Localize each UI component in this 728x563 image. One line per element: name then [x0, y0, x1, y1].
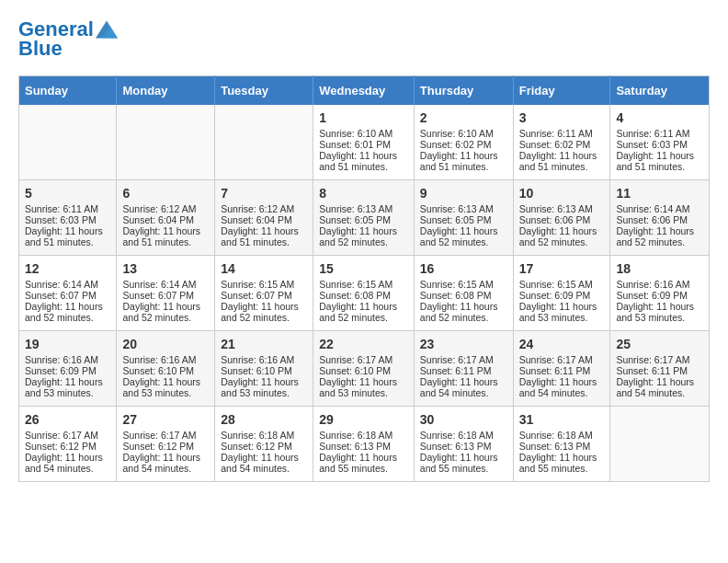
day-info: Sunset: 6:08 PM: [420, 290, 507, 301]
weekday-header-friday: Friday: [513, 76, 610, 106]
day-info: Sunrise: 6:12 AM: [122, 203, 209, 214]
day-cell: 19Sunrise: 6:16 AMSunset: 6:09 PMDayligh…: [19, 331, 117, 407]
day-info: Daylight: 11 hours and 54 minutes.: [616, 376, 703, 398]
day-cell: 1Sunrise: 6:10 AMSunset: 6:01 PMDaylight…: [313, 105, 415, 180]
day-number: 29: [319, 412, 408, 427]
day-cell: 12Sunrise: 6:14 AMSunset: 6:07 PMDayligh…: [19, 256, 117, 331]
day-info: Daylight: 11 hours and 54 minutes.: [25, 452, 110, 474]
day-info: Sunset: 6:03 PM: [25, 214, 110, 225]
week-row-5: 26Sunrise: 6:17 AMSunset: 6:12 PMDayligh…: [19, 407, 710, 482]
day-number: 30: [420, 412, 507, 427]
day-info: Sunrise: 6:14 AM: [25, 279, 110, 290]
weekday-header-wednesday: Wednesday: [313, 76, 415, 106]
day-cell: 2Sunrise: 6:10 AMSunset: 6:02 PMDaylight…: [414, 105, 513, 180]
day-info: Sunset: 6:13 PM: [519, 441, 605, 452]
day-cell: 30Sunrise: 6:18 AMSunset: 6:13 PMDayligh…: [414, 407, 513, 482]
day-cell: 10Sunrise: 6:13 AMSunset: 6:06 PMDayligh…: [513, 180, 610, 256]
day-number: 14: [221, 261, 307, 276]
day-info: Sunrise: 6:13 AM: [319, 203, 408, 214]
day-cell: 31Sunrise: 6:18 AMSunset: 6:13 PMDayligh…: [513, 407, 610, 482]
day-number: 23: [420, 337, 507, 351]
day-info: Sunrise: 6:18 AM: [519, 430, 605, 441]
day-cell: 5Sunrise: 6:11 AMSunset: 6:03 PMDaylight…: [19, 180, 117, 256]
day-number: 6: [122, 186, 209, 201]
page-header: General Blue: [18, 18, 710, 61]
day-info: Daylight: 11 hours and 51 minutes.: [420, 150, 507, 172]
day-cell: 14Sunrise: 6:15 AMSunset: 6:07 PMDayligh…: [215, 256, 313, 331]
day-number: 17: [519, 261, 605, 276]
day-info: Sunrise: 6:14 AM: [122, 279, 209, 290]
day-cell: 28Sunrise: 6:18 AMSunset: 6:12 PMDayligh…: [215, 407, 313, 482]
day-info: Sunrise: 6:15 AM: [420, 279, 507, 290]
day-number: 3: [519, 110, 605, 125]
day-info: Sunrise: 6:13 AM: [519, 203, 605, 214]
day-number: 25: [616, 337, 703, 351]
day-info: Sunset: 6:04 PM: [221, 214, 307, 225]
day-info: Sunset: 6:02 PM: [420, 139, 507, 150]
day-info: Sunset: 6:07 PM: [122, 290, 209, 301]
day-cell: [610, 407, 710, 482]
day-number: 22: [319, 337, 408, 351]
day-info: Sunset: 6:05 PM: [319, 214, 408, 225]
day-info: Sunrise: 6:16 AM: [221, 354, 307, 365]
day-info: Daylight: 11 hours and 55 minutes.: [420, 452, 507, 474]
logo: General Blue: [18, 18, 118, 61]
day-info: Sunset: 6:09 PM: [616, 290, 703, 301]
day-info: Sunrise: 6:15 AM: [319, 279, 408, 290]
day-info: Sunset: 6:09 PM: [519, 290, 605, 301]
weekday-header-monday: Monday: [117, 76, 215, 106]
day-info: Daylight: 11 hours and 51 minutes.: [122, 225, 209, 247]
day-info: Sunset: 6:06 PM: [519, 214, 605, 225]
day-info: Sunrise: 6:17 AM: [122, 430, 209, 441]
day-info: Sunset: 6:12 PM: [122, 441, 209, 452]
day-info: Sunrise: 6:15 AM: [221, 279, 307, 290]
day-info: Sunrise: 6:16 AM: [616, 279, 703, 290]
day-info: Daylight: 11 hours and 51 minutes.: [25, 225, 110, 247]
day-info: Daylight: 11 hours and 52 minutes.: [319, 301, 408, 323]
day-info: Sunrise: 6:18 AM: [319, 430, 408, 441]
day-info: Daylight: 11 hours and 52 minutes.: [319, 225, 408, 247]
day-info: Sunrise: 6:14 AM: [616, 203, 703, 214]
day-info: Sunset: 6:02 PM: [519, 139, 605, 150]
day-number: 10: [519, 186, 605, 201]
day-cell: 4Sunrise: 6:11 AMSunset: 6:03 PMDaylight…: [610, 105, 710, 180]
day-cell: 3Sunrise: 6:11 AMSunset: 6:02 PMDaylight…: [513, 105, 610, 180]
day-info: Daylight: 11 hours and 51 minutes.: [616, 150, 703, 172]
day-info: Sunrise: 6:11 AM: [519, 128, 605, 139]
day-cell: 23Sunrise: 6:17 AMSunset: 6:11 PMDayligh…: [414, 331, 513, 407]
day-cell: 20Sunrise: 6:16 AMSunset: 6:10 PMDayligh…: [117, 331, 215, 407]
day-number: 26: [25, 412, 110, 427]
day-info: Daylight: 11 hours and 52 minutes.: [420, 225, 507, 247]
day-number: 1: [319, 110, 408, 125]
day-number: 18: [616, 261, 703, 276]
day-info: Sunrise: 6:16 AM: [25, 354, 110, 365]
day-info: Daylight: 11 hours and 54 minutes.: [122, 452, 209, 474]
day-info: Sunset: 6:12 PM: [25, 441, 110, 452]
day-info: Daylight: 11 hours and 51 minutes.: [319, 150, 408, 172]
day-info: Sunset: 6:11 PM: [519, 365, 605, 376]
day-info: Sunrise: 6:16 AM: [122, 354, 209, 365]
day-info: Sunrise: 6:17 AM: [420, 354, 507, 365]
day-info: Sunset: 6:12 PM: [221, 441, 307, 452]
day-info: Sunset: 6:10 PM: [122, 365, 209, 376]
day-cell: 6Sunrise: 6:12 AMSunset: 6:04 PMDaylight…: [117, 180, 215, 256]
day-number: 11: [616, 186, 703, 201]
day-info: Daylight: 11 hours and 54 minutes.: [420, 376, 507, 398]
day-info: Daylight: 11 hours and 51 minutes.: [221, 225, 307, 247]
week-row-2: 5Sunrise: 6:11 AMSunset: 6:03 PMDaylight…: [19, 180, 710, 256]
day-cell: 13Sunrise: 6:14 AMSunset: 6:07 PMDayligh…: [117, 256, 215, 331]
day-cell: [19, 105, 117, 180]
day-info: Daylight: 11 hours and 55 minutes.: [519, 452, 605, 474]
day-info: Daylight: 11 hours and 52 minutes.: [420, 301, 507, 323]
day-info: Daylight: 11 hours and 52 minutes.: [122, 301, 209, 323]
day-number: 16: [420, 261, 507, 276]
day-cell: 29Sunrise: 6:18 AMSunset: 6:13 PMDayligh…: [313, 407, 415, 482]
day-info: Daylight: 11 hours and 54 minutes.: [221, 452, 307, 474]
week-row-4: 19Sunrise: 6:16 AMSunset: 6:09 PMDayligh…: [19, 331, 710, 407]
day-cell: 25Sunrise: 6:17 AMSunset: 6:11 PMDayligh…: [610, 331, 710, 407]
day-info: Sunset: 6:08 PM: [319, 290, 408, 301]
day-info: Sunrise: 6:17 AM: [519, 354, 605, 365]
calendar-table: SundayMondayTuesdayWednesdayThursdayFrid…: [18, 75, 710, 482]
weekday-header-saturday: Saturday: [610, 76, 710, 106]
day-number: 4: [616, 110, 703, 125]
